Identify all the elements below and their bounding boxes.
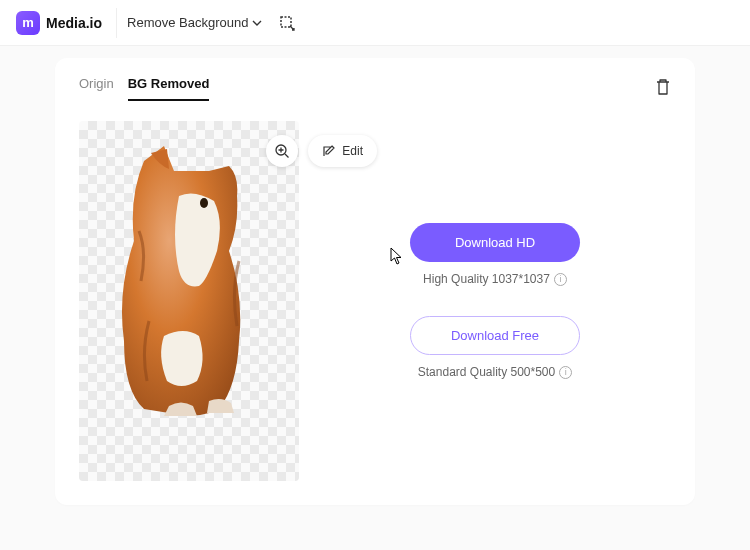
download-free-button[interactable]: Download Free xyxy=(410,316,580,355)
panel-content: Edit Download HD High Quality 1037*1037 … xyxy=(79,121,671,481)
edit-label: Edit xyxy=(342,144,363,158)
brand-name: Media.io xyxy=(46,15,102,31)
preview-controls: Edit xyxy=(266,135,377,167)
svg-point-1 xyxy=(200,198,208,208)
editor-panel: Origin BG Removed xyxy=(55,58,695,505)
logo-mark: m xyxy=(16,11,40,35)
tool-dropdown[interactable]: Remove Background xyxy=(127,15,262,30)
image-preview[interactable] xyxy=(79,121,299,481)
workspace: Origin BG Removed xyxy=(0,46,750,550)
info-icon[interactable]: i xyxy=(554,273,567,286)
zoom-in-icon xyxy=(274,143,290,159)
info-icon[interactable]: i xyxy=(559,366,572,379)
app-header: m Media.io Remove Background xyxy=(0,0,750,46)
crop-tool-icon[interactable] xyxy=(278,14,296,32)
free-info: Standard Quality 500*500 i xyxy=(418,365,572,379)
download-panel: Download HD High Quality 1037*1037 i Dow… xyxy=(319,121,671,481)
panel-header: Origin BG Removed xyxy=(79,76,671,101)
hd-info: High Quality 1037*1037 i xyxy=(423,272,567,286)
tool-label: Remove Background xyxy=(127,15,248,30)
tab-bg-removed[interactable]: BG Removed xyxy=(128,76,210,101)
preview-area: Edit xyxy=(79,121,299,481)
edit-button[interactable]: Edit xyxy=(308,135,377,167)
chevron-down-icon xyxy=(252,18,262,28)
tab-origin[interactable]: Origin xyxy=(79,76,114,101)
tab-bar: Origin BG Removed xyxy=(79,76,209,101)
download-hd-button[interactable]: Download HD xyxy=(410,223,580,262)
svg-rect-0 xyxy=(281,17,291,27)
subject-image xyxy=(89,141,289,421)
delete-button[interactable] xyxy=(655,78,671,100)
brand-logo[interactable]: m Media.io xyxy=(16,8,117,38)
edit-icon xyxy=(322,144,336,158)
zoom-button[interactable] xyxy=(266,135,298,167)
